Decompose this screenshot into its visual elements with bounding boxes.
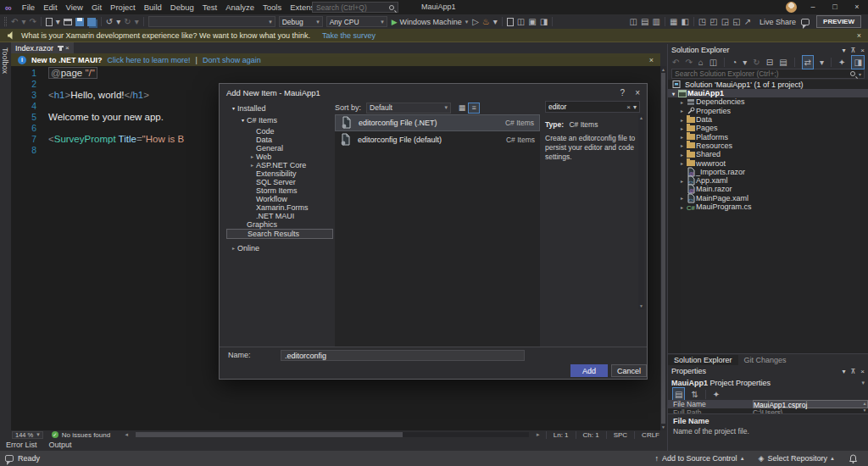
split-window-icon[interactable]: ◧ bbox=[681, 15, 688, 28]
breakpoints-window-icon[interactable]: ◫ bbox=[630, 15, 637, 28]
editor-vertical-scrollbar[interactable]: ▲ ▼ bbox=[660, 66, 666, 430]
category-data[interactable]: Data bbox=[226, 136, 333, 144]
compare-files-icon[interactable]: ◨ bbox=[540, 15, 548, 28]
category-graphics[interactable]: Graphics bbox=[226, 220, 333, 229]
menu-project[interactable]: Project bbox=[106, 3, 140, 12]
category-xamarin-forms[interactable]: Xamarin.Forms bbox=[226, 203, 333, 212]
toolbar-grip[interactable] bbox=[4, 17, 7, 26]
column-indicator[interactable]: Ch: 1 bbox=[576, 431, 606, 439]
scrollbar-thumb[interactable] bbox=[136, 432, 403, 437]
eol-indicator[interactable]: CRLF bbox=[634, 431, 666, 439]
save-icon[interactable] bbox=[75, 18, 84, 26]
chevron-collapsed-icon[interactable]: ▸ bbox=[678, 108, 686, 114]
tab-error-list[interactable]: Error List bbox=[0, 441, 43, 449]
category-asp-net-core[interactable]: ▸ASP.NET Core bbox=[226, 161, 333, 169]
medium-icons-view-icon[interactable]: ▦ bbox=[456, 103, 468, 114]
template-search-input[interactable] bbox=[546, 103, 626, 111]
chevron-collapsed-icon[interactable]: ▸ bbox=[678, 117, 686, 123]
minimize-button[interactable]: – bbox=[802, 0, 824, 14]
chevron-collapsed-icon[interactable]: ▸ bbox=[248, 161, 256, 169]
redo-icon[interactable]: ↻ bbox=[124, 15, 131, 28]
category-web[interactable]: ▸Web bbox=[226, 153, 333, 161]
new-file-caret-icon[interactable]: ▾ bbox=[56, 15, 60, 28]
menu-tools[interactable]: Tools bbox=[259, 3, 286, 12]
notifications-bell-icon[interactable] bbox=[849, 454, 858, 463]
close-icon[interactable]: × bbox=[65, 44, 70, 52]
template-editorconfig-file-default[interactable]: editorconfig File (default)C# Items bbox=[335, 131, 540, 148]
se-sync-with-active-document-icon[interactable]: ⇄ bbox=[802, 55, 814, 69]
props-alphabetical-icon[interactable]: ⇅ bbox=[691, 388, 698, 401]
category-sql-server[interactable]: SQL Server bbox=[226, 178, 333, 186]
undo-caret-icon[interactable]: ▾ bbox=[116, 15, 120, 28]
scroll-down-icon[interactable]: ▼ bbox=[638, 303, 644, 308]
tree-item-pages[interactable]: ▸Pages bbox=[668, 124, 868, 132]
toolbox-side-tab[interactable]: Toolbox bbox=[0, 42, 11, 430]
find-in-files-icon[interactable] bbox=[507, 18, 514, 26]
menu-analyze[interactable]: Analyze bbox=[221, 3, 259, 12]
properties-object-combo[interactable]: MauiApp1 Project Properties ▾ bbox=[668, 377, 868, 388]
properties-grid-scrollbar[interactable]: ▲▼ bbox=[861, 400, 868, 413]
tree-item-platforms[interactable]: ▸Platforms bbox=[668, 132, 868, 141]
add-to-source-control-button[interactable]: ↑ Add to Source Control ▲ bbox=[655, 454, 745, 463]
pin-icon[interactable]: ⊼ bbox=[850, 368, 855, 375]
category-online[interactable]: ▸Online bbox=[226, 244, 333, 252]
scroll-down-icon[interactable]: ▼ bbox=[660, 424, 666, 430]
quick-search-box[interactable] bbox=[312, 2, 398, 13]
scroll-left-icon[interactable]: ◄ bbox=[124, 432, 129, 437]
chevron-down-icon[interactable]: ▾ bbox=[633, 103, 637, 111]
se-properties-icon[interactable]: ✦ bbox=[838, 56, 845, 69]
save-all-icon[interactable] bbox=[87, 18, 96, 26]
dialog-scrollbar[interactable]: ▲ ▼ bbox=[638, 114, 644, 309]
solution-explorer-search-box[interactable]: ▾ bbox=[671, 69, 865, 79]
indent-indicator[interactable]: SPC bbox=[606, 431, 634, 439]
category-workflow[interactable]: Workflow bbox=[226, 195, 333, 203]
se-show-all-files-icon[interactable]: ▤ bbox=[779, 56, 787, 69]
template-editorconfig-file-net[interactable]: editorconfig File (.NET)C# Items bbox=[335, 114, 540, 131]
new-file-icon[interactable] bbox=[46, 18, 53, 26]
line-indicator[interactable]: Ln: 1 bbox=[546, 431, 576, 439]
navigate-backward-icon[interactable]: ↶ bbox=[11, 15, 18, 28]
platform-combo[interactable]: Any CPU▾ bbox=[326, 16, 387, 27]
scroll-up-icon[interactable]: ▲ bbox=[660, 67, 666, 72]
se-filter-caret-icon[interactable]: ▾ bbox=[743, 56, 747, 69]
select-repository-button[interactable]: ◈ Select Repository ▲ bbox=[759, 454, 835, 463]
pin-icon[interactable] bbox=[59, 46, 62, 51]
chevron-expanded-icon[interactable]: ▾ bbox=[670, 91, 677, 97]
editor-horizontal-scrollbar[interactable] bbox=[136, 432, 529, 437]
solution-explorer-search-input[interactable] bbox=[672, 69, 849, 78]
tree-item-mauiprogram-cs[interactable]: ▸C#MauiProgram.cs bbox=[668, 202, 868, 211]
previous-bookmark-icon[interactable]: ◰ bbox=[709, 15, 717, 28]
help-icon[interactable]: ? bbox=[620, 88, 626, 97]
pin-icon[interactable]: ⊼ bbox=[850, 47, 855, 54]
solution-node[interactable]: Solution 'MauiApp1' (1 of 1 project) bbox=[668, 80, 868, 89]
navigate-forward-icon[interactable]: ↷ bbox=[29, 15, 36, 28]
chevron-collapsed-icon[interactable]: ▸ bbox=[248, 153, 256, 161]
chevron-expanded-icon[interactable]: ▾ bbox=[230, 104, 237, 113]
se-switch-views-icon[interactable]: ◫ bbox=[709, 56, 717, 69]
output-window-icon[interactable]: ▤ bbox=[641, 15, 648, 28]
panel-tab-solution-explorer[interactable]: Solution Explorer bbox=[668, 355, 738, 365]
chevron-collapsed-icon[interactable]: ▸ bbox=[678, 204, 686, 210]
close-icon[interactable]: × bbox=[860, 368, 865, 375]
props-categorized-icon[interactable]: ▤ bbox=[672, 387, 685, 402]
dialog-title-bar[interactable]: Add New Item - MauiApp1 ? × bbox=[220, 84, 647, 101]
redo-caret-icon[interactable]: ▾ bbox=[135, 15, 139, 28]
menu-git[interactable]: Git bbox=[87, 3, 106, 12]
close-icon[interactable]: × bbox=[860, 47, 865, 54]
menu-test[interactable]: Test bbox=[198, 3, 221, 12]
tree-item-main-razor[interactable]: @Main.razor bbox=[668, 185, 868, 193]
hot-reload-caret-icon[interactable]: ▾ bbox=[493, 15, 498, 28]
learn-more-link[interactable]: Click here to learn more! bbox=[108, 56, 191, 64]
chevron-collapsed-icon[interactable]: ▸ bbox=[678, 142, 686, 148]
list-view-icon[interactable]: ≡ bbox=[468, 103, 480, 114]
quick-search-input[interactable] bbox=[313, 3, 387, 12]
zoom-combo[interactable]: 144 %▾ bbox=[12, 431, 43, 439]
editor-layout-icon[interactable]: ▦ bbox=[670, 15, 677, 28]
startup-project-combo[interactable]: ▾ bbox=[148, 16, 275, 27]
maximize-button[interactable]: □ bbox=[824, 0, 846, 14]
solution-explorer-header[interactable]: Solution Explorer ▾ ⊼ × bbox=[668, 44, 868, 56]
live-share-button[interactable]: Live Share bbox=[760, 18, 796, 26]
menu-debug[interactable]: Debug bbox=[166, 3, 198, 12]
menu-build[interactable]: Build bbox=[140, 3, 166, 12]
se-pending-changes-filter-icon[interactable]: ◔ bbox=[732, 56, 737, 69]
